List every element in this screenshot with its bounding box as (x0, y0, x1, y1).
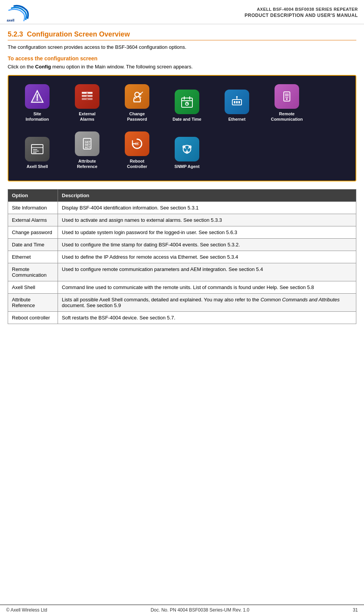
table-cell-option: Date and Time (8, 239, 58, 251)
table-row: External AlarmsUsed to activate and assi… (8, 214, 356, 226)
table-cell-option: Axell Shell (8, 281, 58, 294)
access-heading: To access the configuration screen (8, 55, 356, 62)
reboot-label: RebootController (127, 158, 147, 170)
svg-text:ACT: ACT (85, 146, 91, 149)
svg-text:axell: axell (7, 18, 14, 22)
config-item-reboot[interactable]: RebootController (112, 128, 162, 173)
config-panel: SiteInformation ExternalAlarms (8, 75, 356, 181)
snmp-agent-icon (179, 141, 195, 157)
table-row: EthernetUsed to define the IP Address fo… (8, 251, 356, 263)
section-number: 5.2.3 (8, 30, 23, 38)
config-item-ethernet[interactable]: Ethernet (212, 81, 262, 125)
table-cell-description: Used to configure remote communication p… (58, 263, 356, 281)
svg-text:GET: GET (85, 141, 91, 143)
axell-logo: axell WIRELESS (6, 3, 33, 22)
table-header-option: Option (8, 189, 58, 202)
main-content: 5.2.3 Configuration Screen Overview The … (0, 24, 364, 342)
page-footer: © Axell Wireless Ltd Doc. No. PN 4004 BS… (0, 605, 364, 615)
svg-point-12 (135, 92, 139, 97)
svg-line-46 (185, 148, 186, 149)
datetime-icon-box (175, 90, 199, 114)
ethernet-icon (229, 94, 245, 110)
svg-line-47 (188, 148, 189, 149)
footer-left: © Axell Wireless Ltd (6, 607, 47, 613)
config-item-attrib[interactable]: GET SET ACT AttributeReference (62, 128, 112, 173)
site-icon-box (25, 84, 50, 109)
alarms-label: ExternalAlarms (79, 111, 95, 122)
config-item-datetime[interactable]: Date and Time (162, 81, 212, 125)
config-item-shell[interactable]: Axell Shell (12, 128, 62, 173)
password-icon-box (125, 84, 149, 109)
table-cell-description: Used to configure the time stamp for dat… (58, 239, 356, 251)
table-cell-option: Remote Communication (8, 263, 58, 281)
table-row: Reboot controllerSoft restarts the BSF-4… (8, 312, 356, 324)
config-item-remote[interactable]: RemoteCommunication (262, 81, 312, 125)
table-cell-option: External Alarms (8, 214, 58, 226)
logo-area: axell WIRELESS (6, 3, 33, 22)
attrib-label: AttributeReference (77, 158, 97, 170)
site-information-icon (30, 89, 45, 104)
svg-rect-10 (86, 96, 88, 96)
svg-rect-23 (238, 101, 240, 103)
config-item-site[interactable]: SiteInformation (12, 81, 62, 125)
table-cell-description: Used to update system login password for… (58, 226, 356, 239)
table-cell-description: Command line used to communicate with th… (58, 281, 356, 294)
attrib-icon-box: GET SET ACT (75, 131, 99, 156)
svg-rect-9 (86, 93, 88, 93)
table-row: Change passwordUsed to update system log… (8, 226, 356, 239)
header-text: AXELL BSF-4004 BSF0038 SERIES REPEATER P… (245, 7, 358, 19)
config-item-alarms[interactable]: ExternalAlarms (62, 81, 112, 125)
datetime-label: Date and Time (173, 116, 202, 122)
table-row: Date and TimeUsed to configure the time … (8, 239, 356, 251)
table-header-description: Description (58, 189, 356, 202)
site-label: SiteInformation (26, 111, 49, 122)
intro-paragraph: The configuration screen provides access… (8, 44, 356, 50)
svg-rect-27 (285, 93, 289, 96)
svg-point-45 (185, 151, 189, 154)
shell-icon-box (25, 137, 50, 161)
table-cell-description: Lists all possible Axell Shell commands,… (58, 294, 356, 312)
table-cell-description: Display BSF-4004 identification informat… (58, 202, 356, 214)
svg-rect-22 (236, 101, 238, 103)
click-instruction: Click on the Config menu option in the M… (8, 64, 356, 70)
table-cell-option: Change password (8, 226, 58, 239)
reboot-icon-box (125, 131, 149, 156)
description-table: Option Description Site InformationDispl… (8, 189, 356, 324)
reboot-controller-icon (129, 136, 145, 151)
svg-point-5 (36, 99, 38, 101)
remote-communication-icon (279, 89, 295, 104)
section-heading: 5.2.3 Configuration Screen Overview (8, 30, 356, 40)
alarms-icon-box (75, 84, 99, 109)
attribute-reference-icon: GET SET ACT (79, 136, 95, 151)
remote-icon-box (275, 84, 299, 109)
config-item-password[interactable]: ChangePassword (112, 81, 162, 125)
table-cell-description: Soft restarts the BSF-4004 device. See s… (58, 312, 356, 324)
snmp-label: SNMP Agent (174, 164, 199, 169)
table-row: Site InformationDisplay BSF-4004 identif… (8, 202, 356, 214)
remote-label: RemoteCommunication (271, 111, 303, 122)
header-title-bottom: PRODUCT DESCRIPTION AND USER'S MANUAL (245, 12, 358, 19)
table-row: Axell ShellCommand line used to communic… (8, 281, 356, 294)
svg-point-28 (286, 98, 288, 100)
svg-text:SET: SET (85, 143, 90, 146)
shell-label: Axell Shell (26, 164, 48, 169)
table-row: Attribute ReferenceLists all possible Ax… (8, 294, 356, 312)
table-cell-description: Used to activate and assign names to ext… (58, 214, 356, 226)
svg-point-25 (236, 96, 238, 98)
ethernet-icon-box (225, 90, 249, 114)
section-title: Configuration Screen Overview (27, 30, 130, 38)
svg-rect-21 (234, 101, 235, 103)
table-cell-option: Site Information (8, 202, 58, 214)
table-row: Remote CommunicationUsed to configure re… (8, 263, 356, 281)
header-title-top: AXELL BSF-4004 BSF0038 SERIES REPEATER (245, 7, 358, 12)
config-bold: Config (35, 64, 51, 70)
password-label: ChangePassword (127, 111, 147, 122)
config-grid-row-2: Axell Shell GET SET ACT AttributeReferen… (12, 128, 352, 173)
external-alarms-icon (79, 89, 95, 104)
config-item-snmp[interactable]: SNMP Agent (162, 128, 212, 173)
change-password-icon (129, 89, 145, 104)
footer-center: Doc. No. PN 4004 BSF0038 Series-UM Rev. … (151, 607, 249, 613)
page-header: axell WIRELESS AXELL BSF-4004 BSF0038 SE… (0, 0, 364, 24)
axell-shell-icon (30, 141, 45, 157)
table-cell-option: Attribute Reference (8, 294, 58, 312)
